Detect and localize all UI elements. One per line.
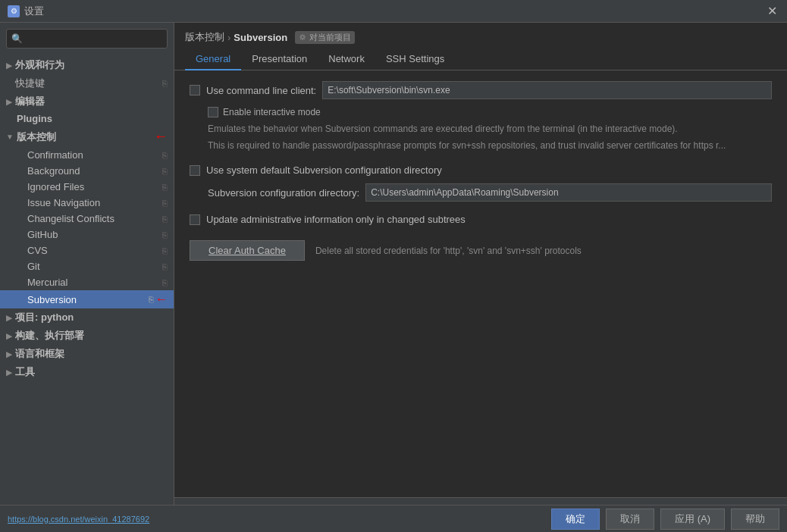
sidebar-item-cvs[interactable]: CVS ⎘ [0, 243, 174, 258]
content-area: 版本控制 › Subversion ⛭ 对当前项目 General Presen… [174, 23, 787, 505]
main-layout: 🔍 ▶ 外观和行为 快捷键 ⎘ ▶ 编辑器 Plugins ▼ 版本控制 [0, 23, 787, 505]
config-dir-input[interactable] [365, 183, 772, 202]
clear-auth-cache-button[interactable]: Clear Auth Cache [190, 240, 305, 261]
page-icon: ⎘ [162, 199, 168, 208]
sidebar-item-background[interactable]: Background ⎘ [0, 163, 174, 179]
page-icon: ⎘ [162, 262, 168, 271]
sidebar-label: 项目: python [15, 311, 168, 324]
sidebar-label: Git [27, 261, 159, 272]
sidebar-item-tools[interactable]: ▶ 工具 [0, 363, 174, 381]
use-system-default-label: Use system default Subversion configurat… [206, 164, 442, 176]
arrow-icon: ▶ [6, 368, 12, 377]
sidebar-label: Plugins [6, 113, 168, 124]
sidebar-label: Changelist Conflicts [27, 213, 159, 224]
arrow-icon: ▶ [6, 98, 12, 106]
cancel-button[interactable]: 取消 [606, 509, 654, 530]
sidebar-label: Mercurial [27, 277, 159, 288]
sidebar-label: Issue Navigation [27, 197, 159, 208]
sidebar-label: 编辑器 [15, 95, 168, 108]
clear-cache-row: Clear Auth Cache Delete all stored crede… [190, 240, 772, 261]
arrow-icon: ▼ [6, 133, 14, 141]
sidebar-item-plugins[interactable]: Plugins [0, 111, 174, 127]
update-admin-row: Update administrative information only i… [190, 214, 772, 225]
apply-button[interactable]: 应用 (A) [660, 509, 725, 530]
help-button[interactable]: 帮助 [731, 509, 779, 530]
tab-content-general: Use command line client: Enable interact… [174, 70, 787, 497]
search-input[interactable] [26, 33, 162, 44]
use-command-line-label: Use command line client: [206, 85, 316, 96]
sidebar-item-vcs[interactable]: ▼ 版本控制 ← [0, 127, 174, 147]
system-default-section: Use system default Subversion configurat… [190, 164, 772, 202]
sidebar-label: GitHub [27, 229, 159, 240]
breadcrumb-parent: 版本控制 [185, 30, 224, 44]
sidebar-item-project-python[interactable]: ▶ 项目: python [0, 308, 174, 327]
sidebar-label: 构建、执行部署 [15, 329, 168, 343]
tab-network[interactable]: Network [318, 49, 375, 70]
sidebar-label: 快捷键 [15, 77, 159, 90]
tab-presentation[interactable]: Presentation [241, 49, 318, 70]
sidebar-label: Confirmation [27, 149, 159, 161]
annotation-arrow: ← [154, 129, 168, 145]
sidebar-item-mercurial[interactable]: Mercurial ⎘ [0, 274, 174, 290]
page-icon: ⎘ [162, 278, 168, 287]
use-system-default-checkbox[interactable] [190, 165, 200, 176]
command-line-section: Use command line client: Enable interact… [190, 81, 772, 152]
title-bar: ⚙ 设置 ✕ [0, 0, 787, 23]
arrow-icon: ▶ [6, 350, 12, 358]
enable-interactive-checkbox[interactable] [208, 107, 218, 117]
search-icon: 🔍 [11, 33, 23, 44]
page-icon: ⎘ [162, 246, 168, 255]
sidebar-item-subversion[interactable]: Subversion ⎘ ← [0, 290, 174, 308]
sidebar: 🔍 ▶ 外观和行为 快捷键 ⎘ ▶ 编辑器 Plugins ▼ 版本控制 [0, 23, 174, 505]
annotation-arrow2: ← [155, 293, 168, 306]
search-box[interactable]: 🔍 [6, 29, 168, 49]
bottom-url: https://blog.csdn.net/weixin_41287692 [8, 515, 149, 524]
update-admin-label: Update administrative information only i… [206, 214, 466, 225]
description-line2: This is required to handle password/pass… [208, 139, 772, 152]
sidebar-item-github[interactable]: GitHub ⎘ [0, 227, 174, 243]
breadcrumb: 版本控制 › Subversion ⛭ 对当前项目 [174, 23, 787, 49]
interactive-mode-block: Enable interactive mode Emulates the beh… [208, 107, 772, 152]
update-admin-checkbox[interactable] [190, 214, 200, 225]
command-line-input[interactable] [322, 81, 772, 99]
sidebar-label: Ignored Files [27, 181, 159, 192]
sidebar-item-git[interactable]: Git ⎘ [0, 258, 174, 274]
sidebar-item-build[interactable]: ▶ 构建、执行部署 [0, 327, 174, 345]
arrow-icon: ▶ [6, 61, 12, 70]
sidebar-label: Background [27, 165, 159, 177]
page-icon: ⎘ [162, 183, 168, 192]
sidebar-item-appearance[interactable]: ▶ 外观和行为 [0, 56, 174, 74]
enable-interactive-label: Enable interactive mode [223, 107, 321, 117]
breadcrumb-badge: ⛭ 对当前项目 [295, 31, 355, 44]
horizontal-scrollbar[interactable] [174, 497, 787, 505]
close-button[interactable]: ✕ [767, 5, 779, 17]
sidebar-section: ▶ 外观和行为 快捷键 ⎘ ▶ 编辑器 Plugins ▼ 版本控制 ← Con… [0, 55, 174, 383]
ok-button[interactable]: 确定 [551, 509, 600, 530]
bottom-bar: https://blog.csdn.net/weixin_41287692 确定… [0, 505, 787, 532]
config-dir-label: Subversion configuration directory: [208, 187, 359, 199]
sidebar-item-changelist[interactable]: Changelist Conflicts ⎘ [0, 211, 174, 227]
sidebar-item-ignored[interactable]: Ignored Files ⎘ [0, 179, 174, 195]
arrow-icon: ▶ [6, 314, 12, 322]
tab-general[interactable]: General [185, 49, 241, 70]
page-icon: ⎘ [162, 214, 168, 224]
sidebar-item-confirmation[interactable]: Confirmation ⎘ [0, 147, 174, 163]
page-icon: ⎘ [162, 167, 168, 176]
page-icon: ⎘ [162, 151, 168, 160]
description-line1: Emulates the behavior when Subversion co… [208, 122, 772, 136]
use-system-default-row: Use system default Subversion configurat… [190, 164, 772, 176]
use-command-line-checkbox[interactable] [190, 85, 200, 95]
title-bar-left: ⚙ 设置 [8, 5, 44, 18]
sidebar-item-keymap[interactable]: 快捷键 ⎘ [0, 74, 174, 92]
title-bar-text: 设置 [24, 5, 44, 18]
settings-icon: ⚙ [8, 5, 20, 17]
clear-cache-description: Delete all stored credentials for 'http'… [315, 246, 582, 256]
sidebar-item-lang[interactable]: ▶ 语言和框架 [0, 345, 174, 363]
sidebar-label: 外观和行为 [15, 58, 168, 72]
tab-ssh[interactable]: SSH Settings [375, 49, 455, 70]
sidebar-item-editor[interactable]: ▶ 编辑器 [0, 92, 174, 111]
sidebar-item-issuenav[interactable]: Issue Navigation ⎘ [0, 195, 174, 211]
update-admin-section: Update administrative information only i… [190, 214, 772, 225]
breadcrumb-separator: › [227, 32, 230, 43]
sidebar-label: 工具 [15, 365, 168, 379]
